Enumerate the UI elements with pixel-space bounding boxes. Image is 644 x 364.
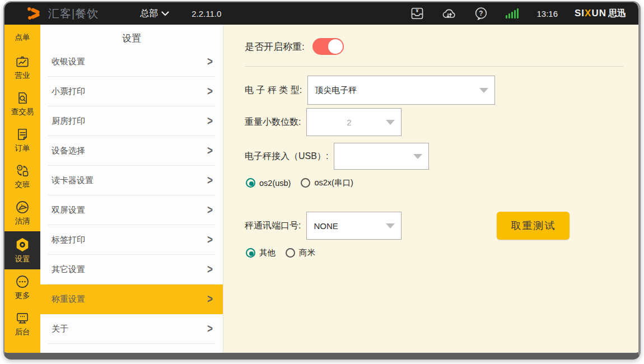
more-dots-icon bbox=[15, 274, 30, 289]
radio-icon bbox=[246, 178, 255, 188]
sixun-logo: SIXUN思迅 bbox=[575, 8, 626, 20]
caret-down-icon bbox=[479, 88, 488, 93]
chevron-right-icon: > bbox=[207, 203, 213, 217]
menu-item-kitchen-print[interactable]: 厨房打印 > bbox=[40, 106, 223, 136]
settings-menu-panel: 设置 收银设置 > 小票打印 > 厨房打印 > 设备选择 > 读卡器设置 > bbox=[40, 25, 223, 353]
monitor-icon bbox=[15, 311, 30, 325]
brand-logo-icon bbox=[27, 6, 44, 21]
menu-item-label-print[interactable]: 标签打印 > bbox=[40, 225, 223, 255]
radio-os2-usb[interactable]: os2(usb) bbox=[246, 178, 291, 188]
order-list-icon bbox=[15, 127, 30, 142]
weight-test-button[interactable]: 取重测试 bbox=[497, 212, 570, 240]
cloche-icon bbox=[15, 200, 30, 214]
settings-hexagon-icon bbox=[15, 237, 30, 253]
chevron-right-icon: > bbox=[207, 85, 213, 99]
sidebar-item-shift[interactable]: 交班 bbox=[4, 158, 40, 195]
menu-item-dual-screen[interactable]: 双屏设置 > bbox=[40, 195, 223, 225]
decimals-label: 重量小数位数: bbox=[245, 116, 301, 128]
chevron-right-icon: > bbox=[207, 263, 213, 277]
cash-drawer-icon[interactable]: ¥ bbox=[410, 6, 424, 21]
sidebar-item-business[interactable]: 营业 bbox=[4, 49, 40, 86]
weighing-enabled-toggle[interactable] bbox=[312, 38, 344, 55]
divider bbox=[245, 66, 624, 67]
sidebar-item-backend[interactable]: 后台 bbox=[4, 306, 40, 342]
caret-down-icon bbox=[386, 223, 395, 228]
scale-type-label: 电 子 秤 类 型: bbox=[245, 85, 302, 96]
chevron-right-icon: > bbox=[207, 114, 213, 128]
store-name: 总部 bbox=[140, 8, 158, 20]
menu-item-other-settings[interactable]: 其它设置 > bbox=[40, 255, 223, 284]
sidebar-item-more[interactable]: 更多 bbox=[4, 269, 40, 306]
clock: 13:16 bbox=[536, 9, 558, 18]
topbar-status-area: ¥ ? bbox=[410, 6, 626, 21]
menu-item-device-select[interactable]: 设备选择 > bbox=[40, 136, 223, 166]
chevron-right-icon: > bbox=[207, 233, 213, 247]
brand-name: 汇客|餐饮 bbox=[48, 6, 99, 21]
chevron-down-icon bbox=[161, 8, 169, 18]
sidebar-item-order[interactable]: 点单 bbox=[4, 29, 40, 49]
chevron-right-icon: > bbox=[207, 144, 213, 158]
help-icon[interactable]: ? bbox=[474, 6, 488, 21]
store-selector[interactable]: 总部 bbox=[140, 8, 169, 20]
vendor-radio-group: 其他 商米 bbox=[245, 248, 626, 258]
menu-item-weighing-settings[interactable]: 称重设置 > bbox=[40, 284, 223, 314]
signal-strength-icon bbox=[505, 7, 520, 20]
cloud-sync-icon[interactable] bbox=[441, 6, 457, 21]
app-window: 汇客|餐饮 总部 2.2.11.0 ¥ bbox=[3, 1, 641, 360]
chevron-right-icon: > bbox=[207, 292, 213, 306]
usb-access-select[interactable] bbox=[334, 143, 429, 170]
app-version: 2.2.11.0 bbox=[192, 9, 221, 18]
caret-down-icon bbox=[413, 154, 422, 159]
radio-sunmi[interactable]: 商米 bbox=[286, 248, 315, 258]
svg-text:?: ? bbox=[479, 10, 483, 17]
radio-other[interactable]: 其他 bbox=[246, 248, 276, 258]
radio-icon bbox=[286, 248, 295, 258]
toggle-label: 是否开启称重: bbox=[245, 40, 305, 53]
chevron-right-icon: > bbox=[207, 174, 213, 188]
menu-item-receipt-print[interactable]: 小票打印 > bbox=[40, 77, 223, 106]
sidebar-nav: 点单 营业 bbox=[4, 25, 40, 353]
caret-down-icon bbox=[386, 120, 395, 125]
comm-port-label: 秤通讯端口号: bbox=[245, 220, 301, 232]
weighing-settings-page: 是否开启称重: 电 子 秤 类 型: 顶尖电子秤 重量小数位数: 2 电 bbox=[223, 25, 638, 353]
usb-mode-radio-group: os2(usb) os2x(串口) bbox=[245, 178, 626, 188]
radio-icon bbox=[301, 178, 310, 188]
top-bar: 汇客|餐饮 总部 2.2.11.0 ¥ bbox=[4, 2, 638, 25]
sidebar-item-soldout[interactable]: 沽清 bbox=[4, 195, 40, 231]
scale-type-select[interactable]: 顶尖电子秤 bbox=[307, 76, 495, 105]
comm-port-select[interactable]: NONE bbox=[306, 212, 402, 240]
svg-text:¥: ¥ bbox=[416, 8, 419, 13]
radio-os2x-serial[interactable]: os2x(串口) bbox=[301, 178, 353, 188]
chevron-right-icon: > bbox=[207, 55, 213, 69]
usb-access-label: 电子秤接入（USB）: bbox=[245, 151, 328, 162]
document-search-icon bbox=[15, 91, 30, 105]
sidebar-item-orders[interactable]: 订单 bbox=[4, 122, 40, 158]
sidebar-item-settings[interactable]: 设置 bbox=[4, 231, 40, 269]
brand: 汇客|餐饮 bbox=[27, 6, 99, 21]
business-board-icon bbox=[15, 54, 30, 69]
chevron-right-icon: > bbox=[207, 322, 213, 336]
radio-icon bbox=[246, 248, 255, 258]
shift-swap-icon bbox=[15, 164, 30, 178]
menu-title: 设置 bbox=[40, 25, 223, 47]
sidebar-item-transactions[interactable]: 查交易 bbox=[4, 86, 40, 122]
decimals-select[interactable]: 2 bbox=[306, 108, 402, 136]
menu-item-cashier-settings[interactable]: 收银设置 > bbox=[40, 47, 223, 77]
menu-item-about[interactable]: 关于 > bbox=[40, 314, 223, 344]
menu-item-card-reader[interactable]: 读卡器设置 > bbox=[40, 166, 223, 195]
